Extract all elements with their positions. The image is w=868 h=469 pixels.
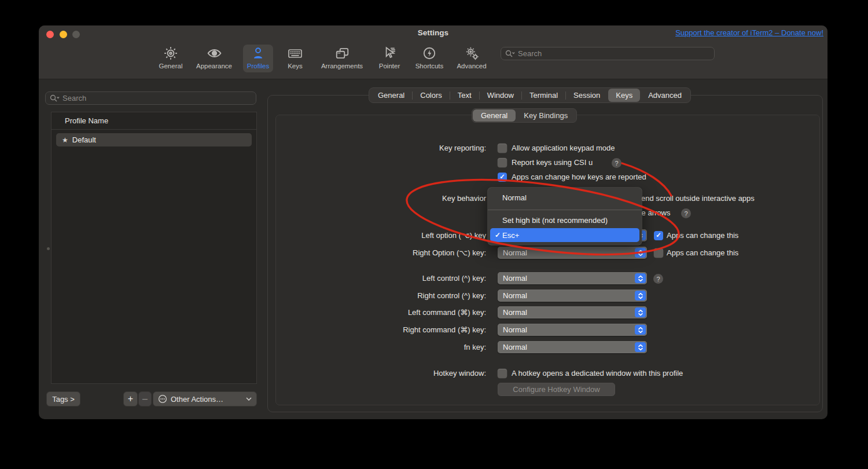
menu-item-label: Esc+: [502, 231, 519, 240]
right-option-popup[interactable]: Normal: [498, 247, 647, 259]
toolbar-search[interactable]: [501, 47, 715, 60]
checkbox-left-option-apps[interactable]: ✓: [654, 231, 663, 240]
right-command-label: Right command (⌘) key:: [270, 324, 486, 336]
toolbar-label: Shortcuts: [415, 63, 444, 69]
toolbar-label: Arrangements: [321, 63, 363, 69]
profile-tabs: General Colors Text Window Terminal Sess…: [369, 87, 691, 103]
toolbar-label: Advanced: [457, 63, 486, 69]
stepper-icon: [635, 291, 646, 301]
left-control-label: Left control (^) key:: [270, 273, 486, 284]
menu-item-esc-plus[interactable]: ✓ Esc+: [490, 228, 639, 242]
checkbox-apps-change-reporting-label: Apps can change how keys are reported: [512, 171, 646, 183]
keyboard-icon: [287, 45, 303, 62]
chevron-down-icon: [246, 397, 252, 401]
tab-colors[interactable]: Colors: [413, 89, 450, 102]
left-option-label: Left option (⌥) key: [270, 230, 486, 241]
help-button-csi-u[interactable]: ?: [612, 158, 621, 168]
right-control-value: Normal: [503, 291, 527, 300]
menu-item-set-high-bit[interactable]: Set high bit (not recommended): [488, 213, 642, 227]
keys-subtabs: General Key Bindings: [472, 108, 577, 123]
toolbar-label: Keys: [288, 63, 303, 69]
help-button-left-control[interactable]: ?: [653, 274, 663, 284]
search-icon: [505, 50, 515, 57]
check-icon: ✓: [499, 174, 505, 181]
tab-general[interactable]: General: [370, 89, 412, 102]
right-option-label: Right Option (⌥) key:: [270, 247, 486, 259]
toolbar-item-advanced[interactable]: Advanced: [454, 45, 490, 72]
tab-keys[interactable]: Keys: [608, 89, 640, 102]
fn-key-popup[interactable]: Normal: [498, 341, 647, 353]
profile-row-default[interactable]: ★ Default: [56, 133, 252, 146]
toolbar-item-appearance[interactable]: Appearance: [191, 45, 237, 72]
fn-key-label: fn key:: [270, 342, 486, 353]
checkbox-csi-u-label: Report keys using CSI u: [512, 157, 593, 168]
profiles-search-input[interactable]: [62, 94, 252, 102]
hotkey-window-label: Hotkey window:: [270, 368, 486, 379]
key-behavior-label: Key behavior: [270, 193, 486, 204]
settings-window: Settings Support the creator of iTerm2 –…: [39, 25, 827, 419]
profiles-table-header[interactable]: Profile Name: [52, 112, 256, 130]
toolbar-item-general[interactable]: General: [155, 45, 187, 72]
checkbox-keypad-mode[interactable]: [498, 144, 507, 153]
eye-icon: [207, 45, 222, 62]
tab-window[interactable]: Window: [480, 89, 521, 102]
toolbar-item-shortcuts[interactable]: Shortcuts: [411, 45, 448, 72]
left-control-value: Normal: [503, 274, 527, 283]
donate-link[interactable]: Support the creator of iTerm2 – Donate n…: [675, 28, 823, 37]
key-behavior-fragment-2: te arrows: [639, 207, 670, 219]
tab-advanced[interactable]: Advanced: [641, 89, 689, 102]
star-icon: ★: [62, 136, 68, 144]
person-icon: [251, 45, 266, 62]
add-profile-button[interactable]: +: [123, 391, 138, 406]
titlebar: Settings Support the creator of iTerm2 –…: [39, 25, 827, 79]
checkbox-hotkey-window-label: A hotkey opens a dedicated window with t…: [512, 368, 683, 379]
windows-icon: [334, 45, 350, 62]
stepper-icon: [635, 273, 646, 283]
search-icon: [50, 94, 60, 102]
column-header-profile-name: Profile Name: [65, 116, 108, 125]
help-button-arrows[interactable]: ?: [681, 208, 691, 218]
profile-name: Default: [72, 135, 96, 144]
toolbar-label: Profiles: [247, 63, 269, 69]
key-reporting-label: Key reporting:: [270, 142, 486, 154]
checkbox-right-option-apps[interactable]: [654, 248, 663, 258]
right-option-value: Normal: [503, 248, 527, 257]
right-command-popup[interactable]: Normal: [498, 324, 647, 336]
right-control-popup[interactable]: Normal: [498, 290, 647, 302]
cursor-icon: [382, 45, 397, 62]
gears-icon: [464, 45, 480, 62]
toolbar-item-pointer[interactable]: Pointer: [374, 45, 404, 72]
menu-item-normal[interactable]: Normal: [488, 190, 642, 204]
left-command-popup[interactable]: Normal: [498, 306, 647, 318]
configure-hotkey-window-button[interactable]: Configure Hotkey Window: [498, 383, 615, 396]
stepper-icon: [635, 307, 646, 317]
checkbox-apps-change-reporting[interactable]: ✓: [498, 173, 507, 182]
tab-text[interactable]: Text: [450, 89, 479, 102]
tags-button[interactable]: Tags >: [46, 391, 80, 406]
right-command-value: Normal: [503, 325, 527, 334]
checkbox-left-option-apps-label: Apps can change this: [667, 230, 738, 241]
checkbox-csi-u[interactable]: [498, 158, 507, 167]
fn-key-value: Normal: [503, 343, 527, 351]
check-icon: ✓: [656, 232, 661, 239]
menu-separator: [488, 210, 642, 210]
subtab-general[interactable]: General: [473, 109, 516, 122]
tab-terminal[interactable]: Terminal: [522, 89, 565, 102]
toolbar-label: Pointer: [379, 63, 400, 69]
checkbox-hotkey-window[interactable]: [498, 369, 507, 378]
remove-profile-button[interactable]: –: [138, 391, 152, 406]
window-edge-dot: [47, 247, 50, 250]
circle-ellipsis-icon: [158, 394, 167, 404]
key-behavior-menu: Normal Set high bit (not recommended) ✓ …: [488, 188, 642, 245]
key-behavior-fragment-1: end scroll outside interactive apps: [641, 193, 755, 204]
toolbar-item-keys[interactable]: Keys: [282, 45, 308, 72]
tab-session[interactable]: Session: [566, 89, 608, 102]
left-control-popup[interactable]: Normal: [498, 272, 647, 284]
toolbar-search-input[interactable]: [518, 49, 710, 58]
toolbar-item-profiles[interactable]: Profiles: [243, 45, 273, 72]
other-actions-popup[interactable]: Other Actions…: [153, 391, 257, 406]
profiles-search[interactable]: [45, 91, 256, 105]
toolbar-item-arrangements[interactable]: Arrangements: [315, 45, 369, 72]
plus-icon: +: [128, 394, 133, 404]
subtab-key-bindings[interactable]: Key Bindings: [516, 109, 576, 122]
